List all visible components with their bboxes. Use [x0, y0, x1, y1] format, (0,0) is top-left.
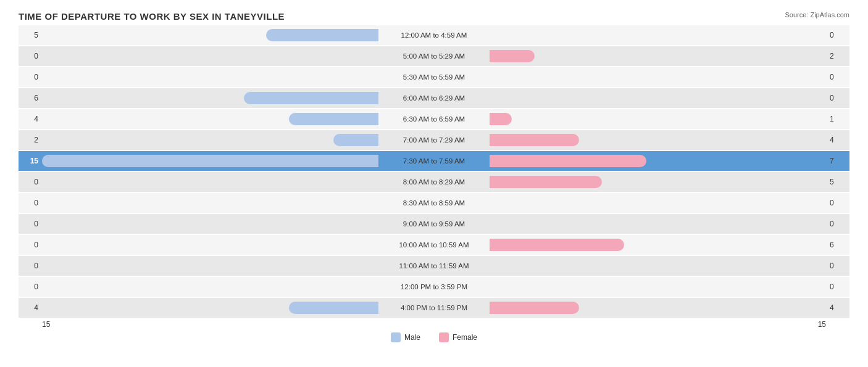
axis-right: 15: [818, 320, 826, 329]
time-label: 10:00 AM to 10:59 AM: [378, 241, 490, 249]
chart-container: TIME OF DEPARTURE TO WORK BY SEX IN TANE…: [0, 0, 868, 367]
bar-row: 0 8:00 AM to 8:29 AM 5: [19, 172, 849, 192]
male-value: 5: [19, 31, 42, 39]
male-bar-half: [42, 277, 378, 297]
male-value: 0: [19, 262, 42, 270]
male-bar-half: [42, 256, 378, 276]
male-bar: [289, 113, 378, 125]
female-bar-half: [490, 298, 826, 318]
female-value: 0: [826, 199, 849, 207]
male-bar: [333, 134, 378, 146]
female-bar: [490, 50, 535, 62]
male-bar-half: [42, 46, 378, 66]
legend-male-label: Male: [404, 333, 420, 342]
bar-row: 0 9:00 AM to 9:59 AM 0: [19, 214, 849, 234]
time-label: 12:00 AM to 4:59 AM: [378, 31, 490, 39]
female-bar-half: [490, 256, 826, 276]
male-bar-half: [42, 67, 378, 87]
time-label: 7:30 AM to 7:59 AM: [378, 157, 490, 165]
female-bar-half: [490, 172, 826, 192]
female-bar-half: [490, 193, 826, 213]
legend-female-box: [439, 332, 449, 342]
female-value: 4: [826, 303, 849, 312]
female-bar-half: [490, 67, 826, 87]
female-bar-half: [490, 46, 826, 66]
bar-row: 0 8:30 AM to 8:59 AM 0: [19, 193, 849, 213]
male-bar-half: [42, 88, 378, 108]
axis-left: 15: [42, 320, 50, 329]
male-bar-half: [42, 235, 378, 255]
bar-pair: 5:30 AM to 5:59 AM: [42, 67, 826, 87]
time-label: 8:00 AM to 8:29 AM: [378, 178, 490, 186]
legend-female-label: Female: [453, 333, 477, 342]
female-value: 6: [826, 241, 849, 249]
male-value: 0: [19, 282, 42, 291]
female-bar: [490, 176, 602, 188]
chart-area: 5 12:00 AM to 4:59 AM 0 0 5:00 AM to 5:2…: [19, 25, 849, 318]
female-value: 0: [826, 220, 849, 228]
time-label: 8:30 AM to 8:59 AM: [378, 199, 490, 207]
male-bar-half: [42, 298, 378, 318]
bar-pair: 7:30 AM to 7:59 AM: [42, 151, 826, 171]
bar-row: 0 5:30 AM to 5:59 AM 0: [19, 67, 849, 87]
bar-row: 6 6:00 AM to 6:29 AM 0: [19, 88, 849, 108]
bar-pair: 9:00 AM to 9:59 AM: [42, 214, 826, 234]
bar-pair: 12:00 PM to 3:59 PM: [42, 277, 826, 297]
bar-pair: 12:00 AM to 4:59 AM: [42, 25, 826, 45]
male-bar: [244, 92, 378, 104]
male-value: 0: [19, 73, 42, 81]
bar-pair: 10:00 AM to 10:59 AM: [42, 235, 826, 255]
time-label: 5:00 AM to 5:29 AM: [378, 52, 490, 60]
bar-pair: 6:00 AM to 6:29 AM: [42, 88, 826, 108]
male-bar: [266, 29, 378, 41]
time-label: 5:30 AM to 5:59 AM: [378, 73, 490, 81]
bar-row: 0 11:00 AM to 11:59 AM 0: [19, 256, 849, 276]
male-bar-half: [42, 25, 378, 45]
time-label: 7:00 AM to 7:29 AM: [378, 136, 490, 144]
bar-pair: 11:00 AM to 11:59 AM: [42, 256, 826, 276]
legend: Male Female: [19, 332, 849, 342]
time-label: 9:00 AM to 9:59 AM: [378, 220, 490, 228]
time-label: 12:00 PM to 3:59 PM: [378, 283, 490, 291]
female-value: 0: [826, 262, 849, 270]
female-bar: [490, 302, 579, 314]
female-value: 0: [826, 282, 849, 291]
male-bar-half: [42, 193, 378, 213]
female-bar-half: [490, 109, 826, 129]
bar-row: 5 12:00 AM to 4:59 AM 0: [19, 25, 849, 45]
bar-row: 4 6:30 AM to 6:59 AM 1: [19, 109, 849, 129]
female-value: 7: [826, 157, 849, 165]
female-bar: [490, 113, 512, 125]
bar-pair: 8:00 AM to 8:29 AM: [42, 172, 826, 192]
bar-row: 4 4:00 PM to 11:59 PM 4: [19, 298, 849, 318]
bar-pair: 6:30 AM to 6:59 AM: [42, 109, 826, 129]
time-label: 6:00 AM to 6:29 AM: [378, 94, 490, 102]
female-value: 5: [826, 178, 849, 186]
female-bar-half: [490, 235, 826, 255]
female-value: 4: [826, 136, 849, 144]
female-bar: [490, 239, 624, 251]
female-value: 2: [826, 52, 849, 60]
male-value: 0: [19, 199, 42, 207]
female-value: 0: [826, 73, 849, 81]
legend-female: Female: [439, 332, 477, 342]
female-bar: [490, 155, 646, 167]
male-value: 0: [19, 241, 42, 249]
female-bar-half: [490, 130, 826, 150]
bar-pair: 7:00 AM to 7:29 AM: [42, 130, 826, 150]
male-value: 0: [19, 52, 42, 60]
male-bar: [42, 155, 378, 167]
male-value: 4: [19, 115, 42, 123]
male-bar-half: [42, 214, 378, 234]
male-bar-half: [42, 172, 378, 192]
male-bar-half: [42, 130, 378, 150]
female-value: 0: [826, 31, 849, 39]
bar-row: 0 12:00 PM to 3:59 PM 0: [19, 277, 849, 297]
male-bar: [289, 302, 378, 314]
time-label: 4:00 PM to 11:59 PM: [378, 304, 490, 311]
time-label: 6:30 AM to 6:59 AM: [378, 115, 490, 123]
female-bar-half: [490, 277, 826, 297]
male-bar-half: [42, 151, 378, 171]
legend-male: Male: [391, 332, 420, 342]
male-value: 0: [19, 178, 42, 186]
